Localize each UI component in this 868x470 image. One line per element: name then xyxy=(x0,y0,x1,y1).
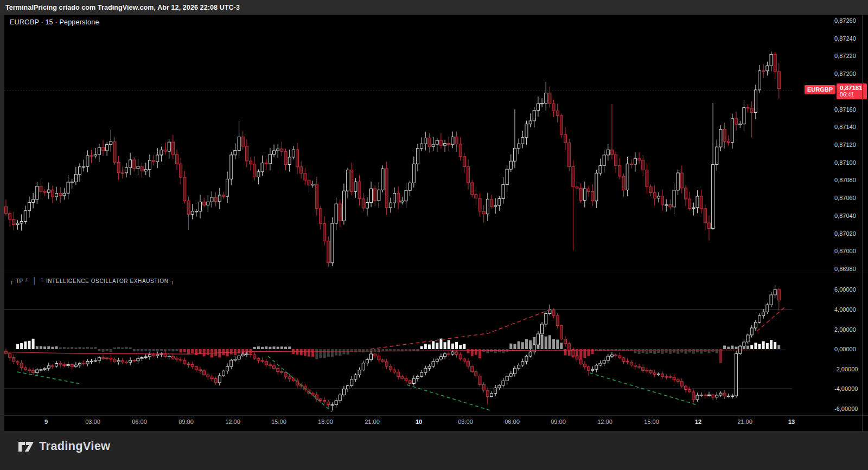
oscillator-legend-separator: │ xyxy=(33,277,37,285)
last-price-value: 0,87181 xyxy=(840,85,864,91)
time-axis-label: 03:00 xyxy=(75,419,110,425)
time-axis-divider xyxy=(0,415,868,416)
tradingview-logo[interactable]: TradingView xyxy=(18,439,110,453)
tradingview-logo-text: TradingView xyxy=(39,439,110,453)
main-pane xyxy=(4,51,792,267)
time-axis-label: 06:00 xyxy=(122,419,157,425)
time-axis-day-label: 12 xyxy=(681,419,716,425)
right-edge-line xyxy=(862,15,863,431)
time-axis-label: 09:00 xyxy=(541,419,576,425)
time-axis-day-label: 9 xyxy=(29,419,63,425)
time-axis-label: 15:00 xyxy=(634,419,669,425)
time-axis-label: 09:00 xyxy=(169,419,203,425)
time-axis-label: 21:00 xyxy=(355,419,390,425)
tradingview-logo-icon xyxy=(18,439,34,453)
oscillator-axis-label: 6,00000 xyxy=(834,285,856,294)
time-axis-label: 06:00 xyxy=(495,419,529,425)
oscillator-axis-label: 2,00000 xyxy=(834,325,856,334)
main-candles xyxy=(5,51,781,267)
symbol-legend[interactable]: EURGBP · 15 · Pepperstone xyxy=(10,18,99,26)
time-axis-label: 18:00 xyxy=(308,419,343,425)
chart-canvas[interactable] xyxy=(0,0,868,470)
time-axis-label: 15:00 xyxy=(261,419,296,425)
oscillator-axis-label: -6,00000 xyxy=(834,404,858,414)
oscillator-legend[interactable]: ┌ TP ┘ │ └ INTELLIGENCE OSCILLATOR EXHAU… xyxy=(10,277,175,285)
footer-bar: TradingView xyxy=(0,431,868,470)
oscillator-candles xyxy=(5,285,781,410)
time-axis-label: 12:00 xyxy=(588,419,622,425)
pane-divider[interactable] xyxy=(0,273,868,273)
oscillator-scale[interactable]: 6,000004,000002,000000,00000-2,00000-4,0… xyxy=(834,0,868,431)
oscillator-axis-label: 4,00000 xyxy=(834,305,856,314)
oscillator-pane xyxy=(4,285,792,412)
last-price-badge-symbol: EURGBP xyxy=(805,85,835,94)
oscillator-axis-label: 0,00000 xyxy=(834,345,856,354)
time-axis-label: 03:00 xyxy=(448,419,483,425)
oscillator-histogram xyxy=(16,335,780,363)
bar-countdown: 06:41 xyxy=(840,91,864,98)
tradingview-window: TerminalPricing criado com TradingView.c… xyxy=(0,0,868,470)
oscillator-legend-name: └ INTELLIGENCE OSCILLATOR EXHAUSTION ┐ xyxy=(40,278,175,284)
oscillator-axis-label: -4,00000 xyxy=(834,384,858,394)
time-axis-label: 21:00 xyxy=(727,419,762,425)
oscillator-legend-tp: ┌ TP ┘ xyxy=(10,278,29,284)
time-axis-label: 12:00 xyxy=(215,419,250,425)
last-price-badge[interactable]: EURGBP 0,87181 06:41 xyxy=(805,83,867,99)
time-scale[interactable]: 903:0006:0009:0012:0015:0018:0021:001003… xyxy=(0,416,868,431)
time-axis-day-label: 10 xyxy=(401,419,436,425)
time-axis-day-label: 13 xyxy=(774,419,809,425)
oscillator-axis-label: -2,00000 xyxy=(834,365,858,374)
